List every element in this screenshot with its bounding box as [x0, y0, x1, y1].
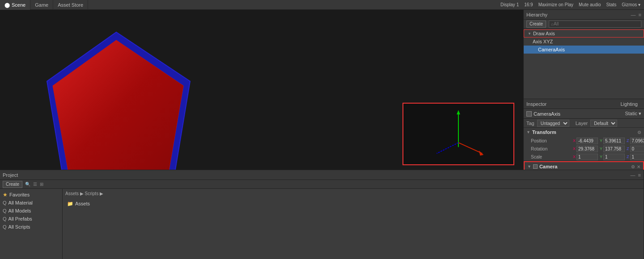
- position-row: Position X Y Z: [524, 137, 644, 145]
- project-grid-icon[interactable]: ⊞: [40, 182, 43, 187]
- transform-expand-icon: ▼: [526, 130, 530, 134]
- rotation-y-input[interactable]: [603, 146, 625, 152]
- inspector-title: Inspector: [526, 101, 547, 107]
- camera-header[interactable]: ▼ Camera ⚙ ✕: [525, 162, 643, 170]
- rotation-z-input[interactable]: [630, 146, 644, 152]
- sidebar-favorites[interactable]: ★ Favorites: [0, 191, 62, 199]
- hierarchy-item-axis-xyz[interactable]: Axis XYZ: [524, 38, 644, 46]
- project-create-btn[interactable]: Create: [3, 181, 22, 188]
- sidebar-all-material[interactable]: Q All Material: [0, 199, 62, 207]
- project-layout: ★ Favorites Q All Material Q All Models …: [0, 189, 644, 259]
- display-label: Display 1: [500, 2, 519, 7]
- rz-label: Z: [627, 146, 629, 151]
- static-badge: Static ▾: [625, 111, 641, 117]
- scale-x-input[interactable]: [576, 154, 598, 160]
- transform-title: Transform: [532, 130, 636, 135]
- all-material-label: All Material: [8, 200, 33, 205]
- hierarchy-item-name-3: CameraAxis: [538, 47, 565, 52]
- inspector-panel: Inspector Lighting CameraAxis Static ▾ T…: [524, 99, 644, 170]
- hierarchy-items-list: ▼ Draw Axis Axis XYZ CameraAxis: [524, 29, 644, 99]
- gizmos-btn[interactable]: Gizmos ▾: [622, 2, 640, 7]
- z-label: Z: [627, 138, 629, 143]
- 3d-shape: [40, 28, 192, 170]
- y-label: Y: [600, 138, 602, 143]
- scene-area: [0, 10, 523, 170]
- scene-canvas[interactable]: [0, 10, 523, 170]
- camera-settings-icon[interactable]: ⚙: [631, 164, 635, 169]
- svg-marker-2: [53, 40, 183, 170]
- hierarchy-item-name: Draw Axis: [533, 31, 555, 36]
- project-panel-header: Project — ≡: [0, 170, 644, 180]
- inspector-top-left: Inspector: [526, 101, 547, 107]
- project-title: Project: [3, 172, 18, 178]
- hierarchy-panel: Hierarchy — ≡ Create ▼ Draw Axis Axis XY…: [524, 10, 644, 99]
- hierarchy-item-draw-axis[interactable]: ▼ Draw Axis: [524, 29, 644, 38]
- right-panels: Hierarchy — ≡ Create ▼ Draw Axis Axis XY…: [523, 10, 644, 170]
- position-x-input[interactable]: [576, 138, 598, 144]
- position-xyz: X Y Z: [573, 138, 644, 144]
- camera-active-checkbox[interactable]: [533, 164, 538, 169]
- favorites-label: Favorites: [9, 192, 30, 197]
- camera-section: ▼ Camera ⚙ ✕ Clear Flags Depth only Cull…: [524, 161, 644, 170]
- camera-expand-icon: ▼: [527, 164, 531, 169]
- hierarchy-item-name-2: Axis XYZ: [533, 39, 553, 44]
- position-y-input[interactable]: [603, 138, 625, 144]
- hierarchy-create-btn[interactable]: Create: [526, 21, 546, 28]
- scale-row: Scale X Y Z: [524, 153, 644, 161]
- tab-scene[interactable]: ⬤ Scene: [0, 0, 30, 10]
- all-models-label: All Models: [8, 208, 31, 213]
- layer-label: Layer: [576, 121, 588, 126]
- project-menu-icon[interactable]: ≡: [638, 172, 641, 178]
- mute-btn[interactable]: Mute audio: [579, 2, 601, 7]
- lighting-tab-label[interactable]: Lighting: [617, 101, 641, 107]
- project-pin-icon: —: [631, 172, 636, 178]
- tab-asset-store[interactable]: Asset Store: [53, 0, 88, 10]
- top-tab-bar: ⬤ Scene Game Asset Store Display 1 16:9 …: [0, 0, 644, 10]
- sidebar-all-prefabs[interactable]: Q All Prefabs: [0, 215, 62, 223]
- assets-folder-item[interactable]: 📁 Assets: [64, 200, 93, 208]
- project-sidebar: ★ Favorites Q All Material Q All Models …: [0, 189, 63, 259]
- position-z-input[interactable]: [630, 138, 644, 144]
- project-main-content: Assets ▶ Scripts ▶ 📁 Assets: [63, 189, 644, 259]
- static-dropdown-icon[interactable]: ▾: [639, 111, 641, 116]
- hierarchy-item-camera-axis[interactable]: CameraAxis: [524, 46, 644, 54]
- game-tab-label: Game: [35, 0, 48, 10]
- transform-settings-icon[interactable]: ⚙: [637, 130, 641, 135]
- tag-label: Tag: [526, 121, 534, 126]
- maximize-btn[interactable]: Maximize on Play: [538, 2, 573, 7]
- favorites-star-icon: ★: [3, 192, 8, 198]
- tag-select[interactable]: Untagged: [537, 120, 569, 127]
- tab-game[interactable]: Game: [30, 0, 53, 10]
- rotation-x-input[interactable]: [576, 146, 598, 152]
- stats-btn[interactable]: Stats: [606, 2, 617, 7]
- breadcrumb: Assets ▶ Scripts ▶: [63, 189, 644, 198]
- ry-label: Y: [600, 146, 602, 151]
- hierarchy-pin-icon: —: [631, 12, 636, 17]
- asset-store-tab-label: Asset Store: [58, 0, 83, 10]
- inspector-scroll-area: CameraAxis Static ▾ Tag Untagged Layer D…: [524, 109, 644, 170]
- breadcrumb-text: Assets ▶ Scripts ▶: [65, 191, 103, 196]
- layer-select[interactable]: Default: [590, 120, 617, 127]
- sx-label: X: [573, 155, 576, 159]
- hierarchy-title: Hierarchy: [526, 12, 547, 17]
- scale-z-input[interactable]: [630, 154, 644, 160]
- all-scripts-label: All Scripts: [8, 224, 30, 230]
- project-list-icon[interactable]: ☰: [33, 182, 37, 187]
- assets-folder-icon: 📁: [67, 201, 73, 207]
- camera-close-icon[interactable]: ✕: [637, 164, 640, 169]
- sidebar-all-models[interactable]: Q All Models: [0, 207, 62, 215]
- rotation-row: Rotation X Y Z: [524, 145, 644, 153]
- all-scripts-search-icon: Q: [3, 224, 7, 230]
- scale-y-input[interactable]: [603, 154, 625, 160]
- obj-active-checkbox[interactable]: [526, 111, 532, 117]
- sy-label: Y: [600, 155, 602, 159]
- all-prefabs-label: All Prefabs: [8, 216, 32, 221]
- hierarchy-toolbar: Create: [524, 20, 644, 29]
- inspector-top-bar: Inspector Lighting: [524, 99, 644, 109]
- sidebar-all-scripts[interactable]: Q All Scripts: [0, 223, 62, 231]
- hierarchy-search-input[interactable]: [549, 21, 641, 28]
- project-search-icon: 🔍: [25, 182, 30, 187]
- hierarchy-menu-icon[interactable]: ≡: [639, 12, 641, 17]
- transform-header[interactable]: ▼ Transform ⚙: [524, 128, 644, 137]
- mini-preview-panel: [402, 103, 514, 165]
